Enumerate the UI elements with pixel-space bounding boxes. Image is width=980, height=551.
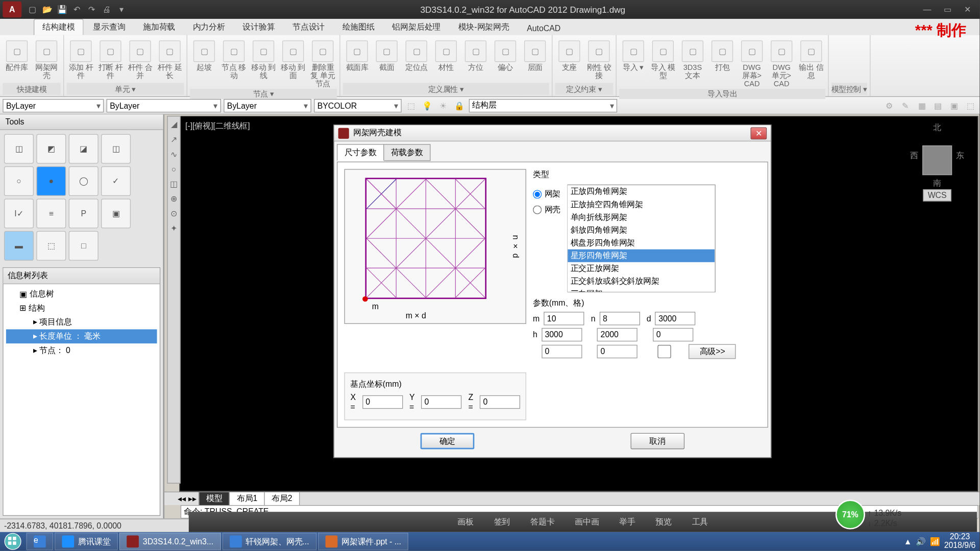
tool-btn[interactable]: ▣ [101,198,131,228]
ribbon-tab[interactable]: 绘施图纸 [334,19,383,35]
ribbon-button[interactable]: ▢刚性 铰接 [585,39,613,81]
tool-icon[interactable]: ⚙ [883,98,896,112]
vtool-icon[interactable]: ⊕ [168,192,180,205]
tree-item[interactable]: ⊞ 结构 [6,301,157,315]
ribbon-button[interactable]: ▢材性 [432,39,460,73]
presenter-tool[interactable]: 工具 [692,516,708,528]
layer2-combo[interactable]: 结构层 [469,98,617,112]
ribbon-button[interactable]: ▢添加 杆件 [67,39,95,81]
ribbon-group-title[interactable]: 快捷建模 [3,83,61,95]
ribbon-tab[interactable]: 施加荷载 [135,19,183,35]
vtool-icon[interactable]: ◢ [168,118,180,131]
ribbon-button[interactable]: ▢移动 到面 [279,39,307,81]
list-item[interactable]: 星形四角锥网架 [568,249,715,262]
tool-btn[interactable]: P [69,198,99,228]
view-label[interactable]: [-][俯视][二维线框] [185,120,250,132]
adv-checkbox[interactable] [644,345,684,358]
tree-root[interactable]: ▣ 信息树 [6,287,157,301]
minimize-button[interactable]: — [918,3,937,16]
viewcube-cube[interactable] [922,145,952,175]
ribbon-button[interactable]: ▢杆件 合并 [126,39,154,81]
taskbar-ie-icon[interactable]: e [26,533,53,550]
presenter-tool[interactable]: 举手 [619,516,635,528]
ribbon-tab[interactable]: 铝网架后处理 [384,19,449,35]
list-item[interactable]: 正放四角锥网架 [568,185,715,198]
tool-icon[interactable]: ▤ [931,98,944,112]
presenter-tool[interactable]: 画板 [457,516,474,528]
tool-btn[interactable]: ◪ [69,134,99,164]
list-item[interactable]: 正交正放网架 [568,262,715,274]
tool-btn[interactable]: ▬ [4,231,34,261]
tab-size-params[interactable]: 尺寸参数 [337,144,384,161]
tool-btn[interactable]: ◫ [4,134,34,164]
tray-icon[interactable]: ▲ [904,537,912,546]
ribbon-button[interactable]: ▢删除重复 单元节点 [309,39,337,89]
taskbar-item[interactable]: 3D3S14.0.2_win3... [119,533,221,550]
ribbon-group-title[interactable]: 单元 ▾ [67,83,184,95]
ribbon-button[interactable]: ▢起坡 [190,39,218,73]
system-tray[interactable]: ▲ 🔊 📶 20:23 2018/9/6 [900,533,980,550]
tool-btn[interactable]: ● [36,166,66,196]
ribbon-tab[interactable]: 显示查询 [85,19,133,35]
tool-btn[interactable]: ≡ [36,198,66,228]
ribbon-tab[interactable]: 结构建模 [34,19,84,35]
taskbar-item[interactable]: 腾讯课堂 [55,533,118,550]
speed-badge[interactable]: 71% [836,499,865,529]
ribbon-button[interactable]: ▢打断 杆件 [96,39,125,81]
vtool-icon[interactable]: ↗ [168,133,180,146]
ribbon-group-title[interactable]: 定义属性 ▾ [343,83,549,95]
tree-item[interactable]: ▸ 项目信息 [6,315,157,330]
ribbon-button[interactable]: ▢方位 [461,39,489,73]
tool-btn[interactable]: ○ [4,166,34,196]
tray-icon[interactable]: 📶 [930,537,940,546]
layout-tab[interactable]: 布局1 [229,492,265,506]
ribbon-button[interactable]: ▢偏心 [491,39,519,73]
dialog-close-button[interactable]: ✕ [750,127,767,139]
tree-item[interactable]: ▸ 节点： 0 [6,343,157,358]
input-h3[interactable] [653,328,693,341]
layer-combo[interactable]: ByLayer [3,98,104,112]
tray-icon[interactable]: 🔊 [916,537,926,546]
ribbon-group-title[interactable]: 定义约束 ▾ [555,83,614,95]
ribbon-button[interactable]: ▢网架网壳 [32,39,60,81]
close-button[interactable]: ✕ [958,3,977,16]
open-icon[interactable]: 📂 [40,3,54,16]
tool-btn[interactable]: □ [69,231,99,261]
ribbon-button[interactable]: ▢导入 模型 [649,39,677,81]
tool-btn[interactable]: ⬚ [36,231,66,261]
radio-shell[interactable]: 网壳 [533,204,560,215]
ribbon-group-title[interactable]: 节点 ▾ [190,89,337,99]
undo-icon[interactable]: ↶ [70,3,83,16]
ribbon-button[interactable]: ▢支座 [555,39,583,73]
dropdown-icon[interactable]: ▾ [114,3,128,16]
linetype-combo[interactable]: ByLayer [107,98,221,112]
layout-tab[interactable]: 模型 [199,492,230,506]
tool-icon[interactable]: ▦ [915,98,928,112]
cancel-button[interactable]: 取消 [631,433,685,449]
vtool-icon[interactable]: ◫ [168,177,180,190]
ribbon-button[interactable]: ▢截面 [373,39,401,73]
ok-button[interactable]: 确定 [421,433,475,449]
list-item[interactable]: 正交斜放或斜交斜放网架 [568,275,715,288]
tool-icon[interactable]: ✎ [899,98,912,112]
ribbon-tab[interactable]: 设计验算 [234,19,283,35]
color-combo[interactable]: BYCOLOR [314,98,402,112]
presenter-tool[interactable]: 画中画 [575,516,599,528]
ribbon-button[interactable]: ▢杆件 延长 [156,39,184,81]
input-h2[interactable] [597,328,638,341]
list-item[interactable]: 棋盘形四角锥网架 [568,236,715,249]
type-listbox[interactable]: 正放四角锥网架正放抽空四角锥网架单向折线形网架斜放四角锥网架棋盘形四角锥网架星形… [567,185,715,292]
ribbon-button[interactable]: ▢输出 信息 [797,39,825,81]
ribbon-button[interactable]: ▢节点 移动 [219,39,248,81]
input-d[interactable] [655,312,696,325]
presenter-tool[interactable]: 答题卡 [530,516,555,528]
ribbon-button[interactable]: ▢截面库 [343,39,371,73]
tool-btn[interactable]: ✓ [101,166,131,196]
wcs-badge[interactable]: WCS [923,189,951,202]
lineweight-combo[interactable]: ByLayer [224,98,311,112]
ribbon-button[interactable]: ▢配件库 [3,39,31,73]
taskbar-item[interactable]: 网架课件.ppt - ... [318,533,409,550]
ribbon-button[interactable]: ▢导入 ▾ [619,39,647,73]
vtool-icon[interactable]: ⊙ [168,207,180,220]
tool-btn[interactable]: ◩ [36,134,66,164]
